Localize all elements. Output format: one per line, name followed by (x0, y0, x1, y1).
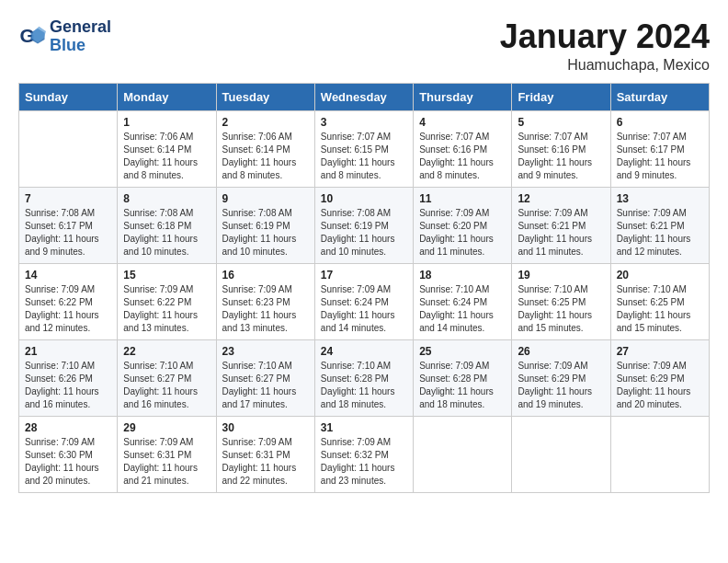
day-info: Sunrise: 7:09 AM Sunset: 6:32 PM Dayligh… (321, 436, 407, 488)
calendar-cell: 18Sunrise: 7:10 AM Sunset: 6:24 PM Dayli… (414, 263, 512, 339)
calendar-cell: 12Sunrise: 7:09 AM Sunset: 6:21 PM Dayli… (512, 187, 610, 263)
calendar-header-row: SundayMondayTuesdayWednesdayThursdayFrid… (19, 83, 710, 110)
calendar-cell: 14Sunrise: 7:09 AM Sunset: 6:22 PM Dayli… (19, 263, 118, 339)
day-number: 5 (518, 116, 604, 129)
day-number: 19 (518, 269, 604, 282)
day-info: Sunrise: 7:09 AM Sunset: 6:24 PM Dayligh… (321, 283, 407, 335)
calendar-cell: 23Sunrise: 7:10 AM Sunset: 6:27 PM Dayli… (216, 339, 314, 416)
weekday-header: Sunday (19, 83, 118, 110)
weekday-header: Saturday (610, 83, 709, 110)
day-number: 6 (617, 116, 703, 129)
logo-line2: Blue (50, 37, 111, 55)
day-info: Sunrise: 7:09 AM Sunset: 6:28 PM Dayligh… (419, 360, 506, 411)
day-info: Sunrise: 7:07 AM Sunset: 6:16 PM Dayligh… (419, 131, 506, 182)
day-info: Sunrise: 7:09 AM Sunset: 6:23 PM Dayligh… (222, 283, 309, 335)
day-info: Sunrise: 7:10 AM Sunset: 6:27 PM Dayligh… (123, 360, 210, 411)
calendar-week-row: 21Sunrise: 7:10 AM Sunset: 6:26 PM Dayli… (19, 339, 710, 416)
day-number: 12 (518, 192, 604, 205)
calendar-cell: 4Sunrise: 7:07 AM Sunset: 6:16 PM Daylig… (414, 110, 512, 187)
weekday-header: Thursday (414, 83, 512, 110)
calendar-cell: 9Sunrise: 7:08 AM Sunset: 6:19 PM Daylig… (216, 187, 314, 263)
calendar-cell: 3Sunrise: 7:07 AM Sunset: 6:15 PM Daylig… (314, 110, 413, 187)
day-number: 28 (25, 421, 111, 434)
calendar-cell: 8Sunrise: 7:08 AM Sunset: 6:18 PM Daylig… (118, 187, 216, 263)
calendar-cell: 17Sunrise: 7:09 AM Sunset: 6:24 PM Dayli… (314, 263, 413, 339)
calendar-week-row: 1Sunrise: 7:06 AM Sunset: 6:14 PM Daylig… (19, 110, 710, 187)
day-info: Sunrise: 7:10 AM Sunset: 6:28 PM Dayligh… (321, 360, 407, 411)
calendar-cell: 25Sunrise: 7:09 AM Sunset: 6:28 PM Dayli… (414, 339, 512, 416)
day-info: Sunrise: 7:08 AM Sunset: 6:19 PM Dayligh… (321, 207, 407, 259)
day-number: 18 (419, 269, 506, 282)
calendar-week-row: 28Sunrise: 7:09 AM Sunset: 6:30 PM Dayli… (19, 416, 710, 492)
calendar-body: 1Sunrise: 7:06 AM Sunset: 6:14 PM Daylig… (19, 110, 710, 492)
calendar-cell: 26Sunrise: 7:09 AM Sunset: 6:29 PM Dayli… (512, 339, 610, 416)
day-info: Sunrise: 7:06 AM Sunset: 6:14 PM Dayligh… (123, 131, 210, 182)
calendar-cell: 20Sunrise: 7:10 AM Sunset: 6:25 PM Dayli… (610, 263, 709, 339)
day-info: Sunrise: 7:10 AM Sunset: 6:24 PM Dayligh… (419, 283, 506, 335)
day-info: Sunrise: 7:09 AM Sunset: 6:21 PM Dayligh… (518, 207, 604, 259)
day-info: Sunrise: 7:06 AM Sunset: 6:14 PM Dayligh… (222, 131, 309, 182)
day-number: 24 (321, 345, 407, 358)
day-info: Sunrise: 7:09 AM Sunset: 6:29 PM Dayligh… (518, 360, 604, 411)
day-info: Sunrise: 7:09 AM Sunset: 6:30 PM Dayligh… (25, 436, 111, 488)
logo: G General Blue (18, 18, 111, 55)
day-number: 14 (25, 269, 111, 282)
day-number: 11 (419, 192, 506, 205)
calendar-cell: 15Sunrise: 7:09 AM Sunset: 6:22 PM Dayli… (118, 263, 216, 339)
day-number: 10 (321, 192, 407, 205)
day-number: 30 (222, 421, 309, 434)
calendar-cell: 24Sunrise: 7:10 AM Sunset: 6:28 PM Dayli… (314, 339, 413, 416)
day-info: Sunrise: 7:10 AM Sunset: 6:26 PM Dayligh… (25, 360, 111, 411)
day-info: Sunrise: 7:10 AM Sunset: 6:25 PM Dayligh… (518, 283, 604, 335)
day-number: 27 (617, 345, 703, 358)
logo-icon: G (18, 23, 46, 51)
weekday-header: Monday (118, 83, 216, 110)
day-info: Sunrise: 7:10 AM Sunset: 6:25 PM Dayligh… (617, 283, 703, 335)
calendar-cell: 22Sunrise: 7:10 AM Sunset: 6:27 PM Dayli… (118, 339, 216, 416)
calendar-week-row: 14Sunrise: 7:09 AM Sunset: 6:22 PM Dayli… (19, 263, 710, 339)
day-info: Sunrise: 7:07 AM Sunset: 6:15 PM Dayligh… (321, 131, 407, 182)
day-number: 3 (321, 116, 407, 129)
day-number: 20 (617, 269, 703, 282)
month-title: January 2024 (500, 18, 710, 55)
day-number: 2 (222, 116, 309, 129)
weekday-header: Tuesday (216, 83, 314, 110)
day-info: Sunrise: 7:09 AM Sunset: 6:21 PM Dayligh… (617, 207, 703, 259)
calendar-cell: 10Sunrise: 7:08 AM Sunset: 6:19 PM Dayli… (314, 187, 413, 263)
calendar-cell (610, 416, 709, 492)
day-number: 25 (419, 345, 506, 358)
calendar-cell (512, 416, 610, 492)
day-number: 23 (222, 345, 309, 358)
title-block: January 2024 Huamuchapa, Mexico (500, 18, 710, 74)
day-number: 9 (222, 192, 309, 205)
day-info: Sunrise: 7:07 AM Sunset: 6:17 PM Dayligh… (617, 131, 703, 182)
day-number: 15 (123, 269, 210, 282)
calendar-cell: 30Sunrise: 7:09 AM Sunset: 6:31 PM Dayli… (216, 416, 314, 492)
day-number: 22 (123, 345, 210, 358)
calendar-cell (19, 110, 118, 187)
location: Huamuchapa, Mexico (500, 57, 710, 74)
logo-line1: General (50, 18, 111, 37)
calendar-table: SundayMondayTuesdayWednesdayThursdayFrid… (18, 83, 710, 493)
day-number: 1 (123, 116, 210, 129)
day-number: 16 (222, 269, 309, 282)
page-header: G General Blue January 2024 Huamuchapa, … (18, 18, 710, 74)
day-info: Sunrise: 7:07 AM Sunset: 6:16 PM Dayligh… (518, 131, 604, 182)
day-info: Sunrise: 7:09 AM Sunset: 6:22 PM Dayligh… (123, 283, 210, 335)
day-number: 8 (123, 192, 210, 205)
day-info: Sunrise: 7:09 AM Sunset: 6:29 PM Dayligh… (617, 360, 703, 411)
day-info: Sunrise: 7:09 AM Sunset: 6:31 PM Dayligh… (123, 436, 210, 488)
calendar-week-row: 7Sunrise: 7:08 AM Sunset: 6:17 PM Daylig… (19, 187, 710, 263)
calendar-cell: 29Sunrise: 7:09 AM Sunset: 6:31 PM Dayli… (118, 416, 216, 492)
day-number: 31 (321, 421, 407, 434)
day-info: Sunrise: 7:09 AM Sunset: 6:31 PM Dayligh… (222, 436, 309, 488)
calendar-cell: 6Sunrise: 7:07 AM Sunset: 6:17 PM Daylig… (610, 110, 709, 187)
day-info: Sunrise: 7:08 AM Sunset: 6:17 PM Dayligh… (25, 207, 111, 259)
day-number: 17 (321, 269, 407, 282)
day-number: 7 (25, 192, 111, 205)
day-info: Sunrise: 7:09 AM Sunset: 6:20 PM Dayligh… (419, 207, 506, 259)
day-number: 13 (617, 192, 703, 205)
calendar-cell: 31Sunrise: 7:09 AM Sunset: 6:32 PM Dayli… (314, 416, 413, 492)
day-number: 26 (518, 345, 604, 358)
day-info: Sunrise: 7:09 AM Sunset: 6:22 PM Dayligh… (25, 283, 111, 335)
